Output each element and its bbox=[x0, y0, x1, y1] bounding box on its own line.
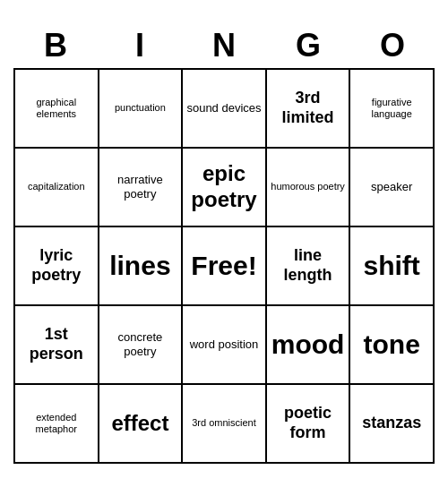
cell-text: word position bbox=[190, 337, 259, 352]
bingo-cell: speaker bbox=[350, 149, 435, 227]
bingo-cell: effect bbox=[99, 385, 184, 464]
bingo-cell: stanzas bbox=[350, 385, 435, 464]
bingo-cell: narrative poetry bbox=[99, 149, 184, 227]
bingo-cell: 1st person bbox=[15, 306, 99, 385]
bingo-cell: word position bbox=[183, 306, 267, 385]
cell-text: speaker bbox=[371, 180, 412, 194]
bingo-card: B I N G O graphical elementspunctuations… bbox=[13, 23, 435, 464]
bingo-cell: figurative language bbox=[350, 70, 435, 149]
cell-text: 1st person bbox=[19, 325, 94, 363]
bingo-cell: poetic form bbox=[267, 385, 351, 464]
bingo-cell: line length bbox=[267, 227, 351, 306]
bingo-cell: graphical elements bbox=[15, 70, 99, 149]
letter-n: N bbox=[185, 27, 263, 64]
bingo-cell: capitalization bbox=[15, 149, 99, 227]
cell-text: tone bbox=[364, 329, 420, 361]
cell-text: graphical elements bbox=[19, 97, 94, 120]
bingo-cell: sound devices bbox=[183, 70, 267, 149]
letter-b: B bbox=[16, 27, 95, 64]
bingo-header: B I N G O bbox=[13, 23, 435, 68]
bingo-cell: punctuation bbox=[99, 70, 184, 149]
cell-text: lines bbox=[109, 250, 170, 282]
cell-text: narrative poetry bbox=[103, 173, 178, 201]
bingo-cell: shift bbox=[350, 227, 435, 306]
cell-text: mood bbox=[271, 329, 345, 361]
cell-text: punctuation bbox=[115, 102, 166, 114]
cell-text: 3rd omniscient bbox=[192, 417, 256, 429]
bingo-cell: mood bbox=[267, 306, 351, 385]
cell-text: shift bbox=[364, 250, 420, 282]
letter-g: G bbox=[269, 27, 348, 64]
cell-text: stanzas bbox=[362, 414, 421, 433]
bingo-grid: graphical elementspunctuationsound devic… bbox=[13, 68, 435, 464]
letter-i: I bbox=[100, 27, 179, 64]
bingo-cell: lyric poetry bbox=[15, 227, 99, 306]
cell-text: humorous poetry bbox=[271, 181, 345, 192]
cell-text: sound devices bbox=[186, 101, 261, 115]
cell-text: epic poetry bbox=[186, 161, 262, 213]
bingo-cell: extended metaphor bbox=[15, 385, 99, 464]
bingo-cell: tone bbox=[350, 306, 435, 385]
cell-text: line length bbox=[271, 246, 346, 285]
cell-text: poetic form bbox=[271, 404, 346, 442]
bingo-cell: 3rd omniscient bbox=[183, 385, 267, 464]
cell-text: lyric poetry bbox=[19, 246, 94, 285]
bingo-cell: 3rd limited bbox=[267, 70, 351, 149]
bingo-cell: humorous poetry bbox=[267, 149, 351, 227]
bingo-cell: concrete poetry bbox=[99, 306, 184, 385]
cell-text: extended metaphor bbox=[19, 412, 94, 435]
cell-text: Free! bbox=[191, 250, 256, 282]
cell-text: 3rd limited bbox=[271, 89, 346, 127]
letter-o: O bbox=[353, 27, 432, 64]
bingo-cell: Free! bbox=[183, 227, 267, 306]
bingo-cell: epic poetry bbox=[183, 149, 267, 227]
bingo-cell: lines bbox=[99, 227, 184, 306]
cell-text: effect bbox=[111, 411, 168, 437]
cell-text: figurative language bbox=[354, 97, 429, 120]
cell-text: concrete poetry bbox=[103, 330, 178, 358]
cell-text: capitalization bbox=[28, 181, 85, 192]
